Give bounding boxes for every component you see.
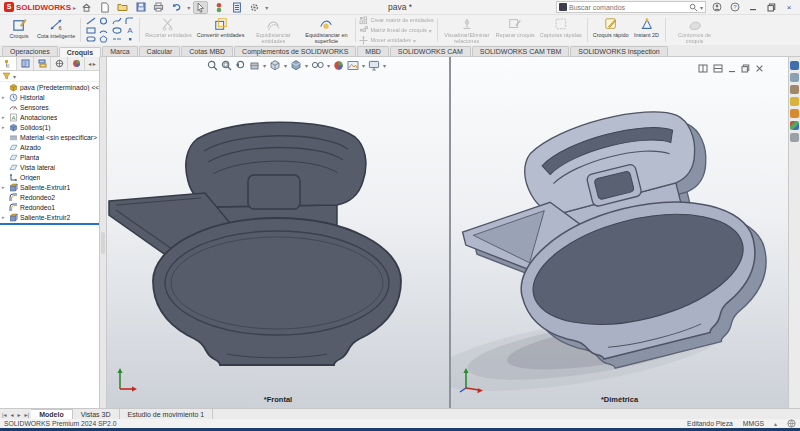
options-gear-icon[interactable] xyxy=(247,1,262,14)
viewport-dimetrica[interactable]: *Dimétrica xyxy=(451,57,788,408)
tree-item-planta[interactable]: Planta xyxy=(0,152,99,162)
splitter-grip-icon[interactable] xyxy=(101,232,105,254)
zoom-fit-icon[interactable] xyxy=(207,60,218,71)
rectangle-tool-icon[interactable] xyxy=(84,26,97,35)
text-tool-icon[interactable]: A xyxy=(123,26,136,35)
home-icon[interactable] xyxy=(79,1,94,14)
previous-view-icon[interactable] xyxy=(235,60,246,71)
status-units[interactable]: MMGS xyxy=(743,420,764,427)
expander-icon[interactable]: ▸ xyxy=(2,214,7,220)
help-icon[interactable]: ? xyxy=(728,1,742,13)
tree-item-material[interactable]: Material <sin especificar> xyxy=(0,132,99,142)
tree-item-historial[interactable]: ▸ Historial xyxy=(0,92,99,102)
tab-vistas-3d[interactable]: Vistas 3D xyxy=(73,409,120,419)
new-document-icon[interactable] xyxy=(97,1,112,14)
propertymanager-icon[interactable] xyxy=(17,57,34,70)
fillet-tool-icon[interactable] xyxy=(123,17,136,26)
hide-show-items-icon[interactable] xyxy=(311,60,324,70)
view-settings-icon[interactable] xyxy=(368,60,380,71)
tab-solidworks-cam[interactable]: SOLIDWORKS CAM xyxy=(390,46,471,56)
edit-appearance-icon[interactable] xyxy=(333,60,344,71)
point-tool-icon[interactable] xyxy=(123,35,136,44)
tree-item-solidos[interactable]: ▸ Sólidos(1) xyxy=(0,122,99,132)
tab-modelo[interactable]: Modelo xyxy=(31,409,73,419)
displaymanager-icon[interactable] xyxy=(68,57,85,70)
tree-item-redondeo1[interactable]: Redondeo1 xyxy=(0,202,99,212)
restore-icon[interactable] xyxy=(764,1,778,13)
print-icon[interactable] xyxy=(151,1,166,14)
file-explorer-icon[interactable] xyxy=(790,97,799,106)
slot-tool-icon[interactable] xyxy=(84,35,97,44)
units-caret[interactable]: ▴ xyxy=(774,420,777,427)
tree-item-alzado[interactable]: Alzado xyxy=(0,142,99,152)
spline-tool-icon[interactable] xyxy=(110,17,123,26)
tab-solidworks-cam-tbm[interactable]: SOLIDWORKS CAM TBM xyxy=(472,46,570,56)
display-style-caret[interactable]: ▾ xyxy=(305,62,308,69)
appearances-icon[interactable] xyxy=(790,121,799,130)
tree-item-anotaciones[interactable]: ▸ A Anotaciones xyxy=(0,112,99,122)
tab-scroll-first-icon[interactable]: |◂ xyxy=(0,411,9,418)
section-caret[interactable]: ▾ xyxy=(263,62,266,69)
tab-scroll-prev-icon[interactable]: ◂ xyxy=(9,411,16,418)
arc-tool-icon[interactable] xyxy=(97,26,110,35)
tree-item-saliente-extruir1[interactable]: ▸ Saliente-Extruir1 xyxy=(0,182,99,192)
zoom-area-icon[interactable] xyxy=(221,60,232,71)
tab-scroll-next-icon[interactable]: ▸ xyxy=(16,411,23,418)
minimize-icon[interactable] xyxy=(746,1,760,13)
command-search[interactable]: ▾ xyxy=(556,1,706,13)
search-icon[interactable] xyxy=(689,3,698,12)
rebuild-icon[interactable] xyxy=(211,1,226,14)
tree-item-sensores[interactable]: Sensores xyxy=(0,102,99,112)
hide-show-caret[interactable]: ▾ xyxy=(327,62,330,69)
doc-minimize-icon[interactable] xyxy=(728,59,736,77)
options-caret[interactable]: ▾ xyxy=(265,4,268,11)
rapid-sketch-button[interactable]: Croquis rápido xyxy=(591,16,631,44)
expander-icon[interactable]: ▸ xyxy=(2,114,7,120)
design-library-icon[interactable] xyxy=(790,85,799,94)
convert-entities-button[interactable]: Convertir entidades xyxy=(195,16,247,44)
centerline-tool-icon[interactable] xyxy=(110,35,123,44)
undo-icon[interactable] xyxy=(169,1,184,14)
select-arrow-icon[interactable] xyxy=(193,1,208,14)
featuremanager-tree-icon[interactable] xyxy=(0,57,17,70)
tree-item-redondeo2[interactable]: Redondeo2 xyxy=(0,192,99,202)
tree-item-origen[interactable]: Origen xyxy=(0,172,99,182)
split-vertical-icon[interactable] xyxy=(713,59,723,77)
tree-item-root[interactable]: pava (Predeterminado) <<Predetermina xyxy=(0,82,99,92)
line-tool-icon[interactable] xyxy=(84,17,97,26)
save-icon[interactable] xyxy=(133,1,148,14)
tab-mbd[interactable]: MBD xyxy=(357,46,389,56)
doc-close-icon[interactable] xyxy=(755,59,764,77)
tab-marca[interactable]: Marca xyxy=(102,46,137,56)
viewport-frontal[interactable]: *Frontal xyxy=(107,57,449,408)
login-icon[interactable] xyxy=(710,1,724,13)
open-icon[interactable] xyxy=(115,1,130,14)
section-view-icon[interactable] xyxy=(249,60,260,71)
configurationmanager-icon[interactable] xyxy=(34,57,51,70)
tab-scroll-last-icon[interactable]: ▸| xyxy=(23,411,32,418)
custom-properties-icon[interactable] xyxy=(790,133,799,142)
sketch-button[interactable]: Croquis xyxy=(4,16,34,44)
view-settings-caret[interactable]: ▾ xyxy=(383,62,386,69)
panel-splitter[interactable] xyxy=(100,57,107,408)
instant-2d-button[interactable]: Instant 2D xyxy=(632,16,662,44)
view-palette-icon[interactable] xyxy=(790,109,799,118)
ellipse-tool-icon[interactable] xyxy=(110,26,123,35)
rollback-bar[interactable] xyxy=(0,223,99,225)
tab-operaciones[interactable]: Operaciones xyxy=(2,46,58,56)
expander-icon[interactable]: ▸ xyxy=(2,184,7,190)
dimxpertmanager-icon[interactable] xyxy=(51,57,68,70)
tree-item-vista-lateral[interactable]: Vista lateral xyxy=(0,162,99,172)
resources-icon[interactable] xyxy=(790,61,799,70)
apply-scene-icon[interactable] xyxy=(347,60,359,71)
teapot-front-view[interactable] xyxy=(107,57,449,408)
tab-complementos[interactable]: Complementos de SOLIDWORKS xyxy=(234,46,356,56)
expander-icon[interactable]: ▸ xyxy=(2,94,7,100)
file-properties-icon[interactable] xyxy=(229,1,244,14)
filter-funnel-icon[interactable] xyxy=(2,72,11,80)
apply-scene-caret[interactable]: ▾ xyxy=(362,62,365,69)
split-horizontal-icon[interactable] xyxy=(698,59,708,77)
panel-tab-scroll-arrows[interactable]: ◂ ▸ xyxy=(85,60,99,67)
home-icon[interactable] xyxy=(790,73,799,82)
offset-on-surface-button[interactable]: Equidistanciar en superficie xyxy=(300,16,352,44)
